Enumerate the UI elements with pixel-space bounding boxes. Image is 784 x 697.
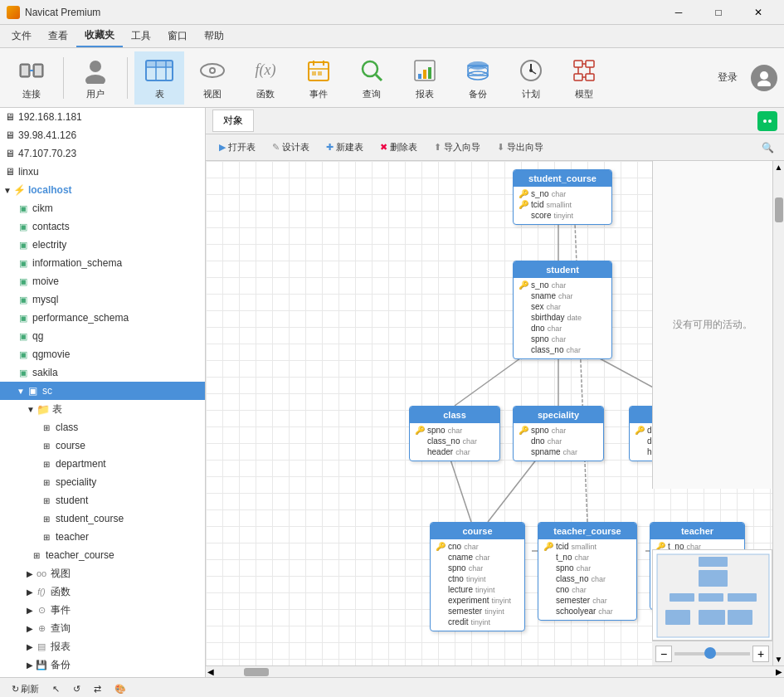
user-icon xyxy=(80,56,110,85)
event-button[interactable]: 事件 xyxy=(294,51,343,105)
sidebar-item-localhost[interactable]: ▼ ⚡ localhost xyxy=(0,181,205,199)
refresh-button[interactable]: ↻ 刷新 xyxy=(7,681,44,697)
sidebar-item-qg[interactable]: ▣ qg xyxy=(0,327,205,345)
sidebar-item-queries[interactable]: ▶ ⊕ 查询 xyxy=(0,619,205,637)
object-tab[interactable]: 对象 xyxy=(212,110,254,132)
folder-icon-tables: 📁 xyxy=(37,402,50,416)
er-table-course[interactable]: course 🔑cno char cname char spno char ct… xyxy=(430,522,525,631)
sidebar-item-teacher[interactable]: ⊞ teacher xyxy=(0,528,205,546)
cursor-button[interactable]: ↖ xyxy=(47,682,65,696)
search-icon[interactable]: 🔍 xyxy=(762,142,774,154)
sidebar-item-sc[interactable]: ▼ ▣ sc xyxy=(0,382,205,400)
new-table-button[interactable]: ✚ 新建表 xyxy=(319,139,370,156)
zoom-slider-track[interactable] xyxy=(674,652,750,656)
delete-table-button[interactable]: ✖ 删除表 xyxy=(373,139,424,156)
sidebar-item-student[interactable]: ⊞ student xyxy=(0,491,205,509)
er-table-teacher-course[interactable]: teacher_course 🔑tcid smallint t_no char … xyxy=(538,522,637,621)
function-button[interactable]: f(x) 函数 xyxy=(241,51,290,105)
sidebar-item-linxu[interactable]: 🖥 linxu xyxy=(0,163,205,181)
backup-button[interactable]: 备份 xyxy=(453,51,503,105)
schedule-button[interactable]: 计划 xyxy=(506,51,556,105)
scroll-track[interactable] xyxy=(773,173,784,653)
login-button[interactable]: 登录 xyxy=(711,67,744,88)
sidebar-item-backups[interactable]: ▶ 💾 备份 xyxy=(0,656,205,674)
er-canvas[interactable]: student_course 🔑s_no char 🔑tcid smallint… xyxy=(206,161,772,665)
sidebar-item-ip3[interactable]: 🖥 47.107.70.23 xyxy=(0,144,205,163)
sidebar-item-moive[interactable]: ▣ moive xyxy=(0,272,205,290)
sidebar-item-course[interactable]: ⊞ course xyxy=(0,436,205,455)
zoom-in-button[interactable]: + xyxy=(752,646,769,662)
sidebar-item-mysql[interactable]: ▣ mysql xyxy=(0,290,205,309)
er-table-student-course[interactable]: student_course 🔑s_no char 🔑tcid smallint… xyxy=(513,169,612,225)
er-table-student[interactable]: student 🔑s_no char sname char sex char s… xyxy=(513,261,612,359)
sidebar-item-teacher-course[interactable]: ⊞ teacher_course xyxy=(0,546,205,564)
sidebar-item-qgmovie[interactable]: ▣ qgmovie xyxy=(0,345,205,363)
open-table-button[interactable]: ▶ 打开表 xyxy=(212,139,262,156)
sidebar-item-events[interactable]: ▶ ⊙ 事件 xyxy=(0,601,205,619)
report-button[interactable]: 报表 xyxy=(400,51,450,105)
er-field: spno char xyxy=(436,563,519,573)
svg-point-47 xyxy=(763,119,767,123)
field-name: semester xyxy=(448,607,482,616)
maximize-button[interactable]: □ xyxy=(699,0,738,25)
vertical-scrollbar[interactable]: ▲ ▼ xyxy=(772,161,784,665)
er-table-speciality[interactable]: speciality 🔑spno char dno char spname ch… xyxy=(513,406,604,461)
user-button[interactable]: 用户 xyxy=(71,51,120,105)
menu-tools[interactable]: 工具 xyxy=(123,26,159,46)
zoom-out-button[interactable]: − xyxy=(655,646,672,662)
h-scroll-thumb[interactable] xyxy=(244,668,269,676)
undo-button[interactable]: ↺ xyxy=(68,682,85,696)
scroll-left-button[interactable]: ◀ xyxy=(206,665,216,678)
sidebar-item-sys[interactable]: ▣ sys xyxy=(0,674,205,677)
menu-help[interactable]: 帮助 xyxy=(196,26,232,46)
sidebar-item-contacts[interactable]: ▣ contacts xyxy=(0,217,205,236)
h-scroll-track[interactable] xyxy=(216,666,774,677)
query-button[interactable]: 查询 xyxy=(347,51,397,105)
sidebar-item-performance-schema[interactable]: ▣ performance_schema xyxy=(0,309,205,327)
scroll-thumb[interactable] xyxy=(775,197,783,222)
sidebar-item-department[interactable]: ⊞ department xyxy=(0,455,205,473)
menu-favorites[interactable]: 收藏夹 xyxy=(76,25,123,47)
export-wizard-button[interactable]: ⬇ 导出向导 xyxy=(490,139,550,156)
field-name: spno xyxy=(531,334,549,344)
scroll-right-button[interactable]: ▶ xyxy=(774,665,784,678)
svg-point-6 xyxy=(85,75,105,84)
sidebar-item-sakila[interactable]: ▣ sakila xyxy=(0,363,205,382)
design-table-button[interactable]: ✎ 设计表 xyxy=(265,139,316,156)
view-button[interactable]: 视图 xyxy=(187,51,237,105)
menu-file[interactable]: 文件 xyxy=(3,26,40,46)
sidebar-item-student-course[interactable]: ⊞ student_course xyxy=(0,509,205,528)
sidebar-item-ip2[interactable]: 🖥 39.98.41.126 xyxy=(0,126,205,144)
sidebar-item-information-schema[interactable]: ▣ information_schema xyxy=(0,254,205,272)
menu-window[interactable]: 窗口 xyxy=(159,26,196,46)
sidebar-item-speciality[interactable]: ⊞ speciality xyxy=(0,473,205,491)
svg-rect-22 xyxy=(318,71,322,76)
sidebar: 🖥 192.168.1.181 🖥 39.98.41.126 🖥 47.107.… xyxy=(0,108,206,677)
table-icon-teacher-course: ⊞ xyxy=(30,548,43,562)
table-button[interactable]: 表 xyxy=(134,51,184,105)
undo-icon: ↺ xyxy=(73,684,80,695)
field-type: date xyxy=(567,314,582,322)
er-table-header-teacher-course: teacher_course xyxy=(538,523,636,539)
search-area: 🔍 xyxy=(757,138,777,158)
minimize-button[interactable]: ─ xyxy=(660,0,698,25)
sidebar-item-electrity[interactable]: ▣ electrity xyxy=(0,236,205,254)
sidebar-item-reports[interactable]: ▶ ▤ 报表 xyxy=(0,637,205,656)
color-button[interactable]: 🎨 xyxy=(110,682,131,696)
close-button[interactable]: ✕ xyxy=(739,0,777,25)
sidebar-item-functions[interactable]: ▶ f() 函数 xyxy=(0,582,205,601)
sidebar-item-tables[interactable]: ▼ 📁 表 xyxy=(0,400,205,418)
scroll-up-button[interactable]: ▲ xyxy=(773,161,784,173)
sidebar-item-views[interactable]: ▶ oo 视图 xyxy=(0,564,205,582)
menu-view[interactable]: 查看 xyxy=(40,26,76,46)
er-table-class[interactable]: class 🔑spno char class_no char header ch… xyxy=(409,406,500,461)
sidebar-item-class[interactable]: ⊞ class xyxy=(0,418,205,436)
connect-button[interactable]: 连接 xyxy=(7,51,56,105)
model-button[interactable]: 模型 xyxy=(559,51,609,105)
sidebar-item-ip1[interactable]: 🖥 192.168.1.181 xyxy=(0,108,205,126)
import-wizard-button[interactable]: ⬆ 导入向导 xyxy=(427,139,487,156)
horizontal-scrollbar[interactable]: ◀ ▶ xyxy=(206,665,784,677)
redo-button[interactable]: ⇄ xyxy=(89,682,106,696)
scroll-down-button[interactable]: ▼ xyxy=(773,653,784,665)
sidebar-item-cikm[interactable]: ▣ cikm xyxy=(0,199,205,217)
